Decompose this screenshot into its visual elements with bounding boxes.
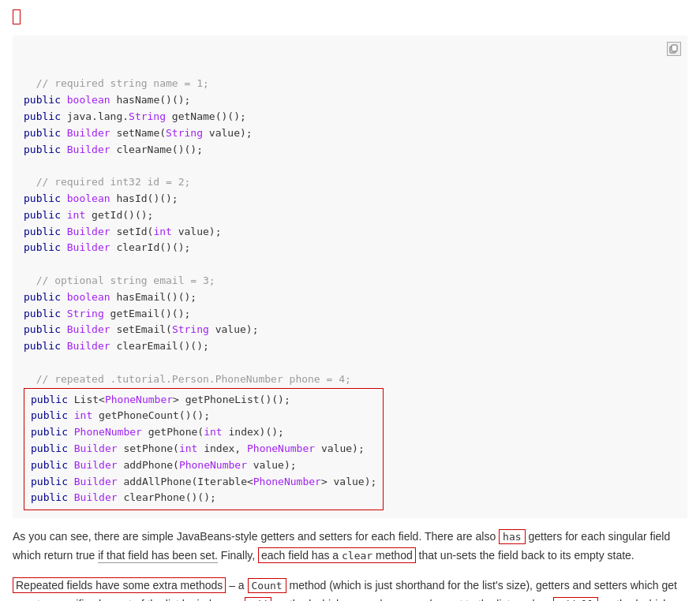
addall-code: addAll — [553, 597, 598, 602]
repeated-fields-highlight: Repeated fields have some extra methods — [13, 577, 226, 593]
paragraph-2: Repeated fields have some extra methods … — [13, 577, 687, 601]
para1-text4: that un-sets the field back to its empty… — [416, 549, 634, 562]
svg-rect-1 — [672, 45, 677, 51]
intro-paragraph — [13, 8, 687, 26]
add-code: add — [245, 597, 271, 602]
comment-2: // required int32 id = 2; — [36, 176, 191, 188]
clear-code: clear — [342, 550, 372, 562]
person-builder-code — [13, 9, 21, 24]
para1-text3: Finally, — [218, 549, 258, 562]
comment-1: // required string name = 1; — [36, 77, 209, 89]
para2-text3: method which appends a new element to th… — [271, 598, 553, 602]
main-code-block: // required string name = 1; public bool… — [13, 35, 687, 518]
copy-icon[interactable] — [667, 42, 681, 56]
repeated-methods-box: public List<PhoneNumber> getPhoneList()(… — [24, 388, 384, 511]
paragraph-1: As you can see, there are simple JavaBea… — [13, 528, 687, 566]
comment-4: // repeated .tutorial.Person.PhoneNumber… — [36, 373, 351, 385]
highlight-clear-method: each field has a clear method — [258, 547, 416, 563]
comment-3: // optional string email = 3; — [36, 274, 215, 286]
count-code: Count — [248, 578, 286, 593]
has-code: has — [499, 529, 525, 544]
para2-text1: – a — [226, 579, 247, 592]
para1-text1: As you can see, there are simple JavaBea… — [13, 530, 499, 543]
highlight-set: if that field has been set. — [98, 549, 218, 563]
